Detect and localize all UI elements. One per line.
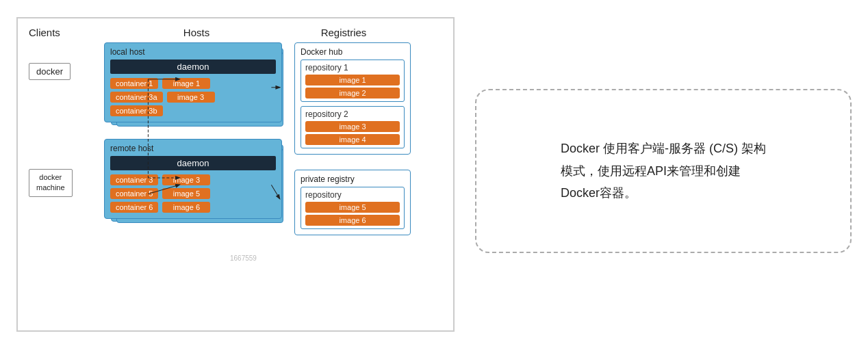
remote-item-row-1: container 3 image 3 [110,174,276,185]
remote-item-row-2: container 5 image 5 [110,188,276,199]
repo3-label: repository [305,190,400,200]
container-3a: container 3a [110,92,163,103]
diagram-body: docker dockermachine local host daemon c… [29,42,442,235]
main-container: Clients Hosts Registries docker dockerma… [10,10,858,332]
private-registry: private registry repository image 5 imag… [294,170,411,235]
remote-daemon-bar: daemon [110,156,276,170]
private-registry-label: private registry [301,174,405,184]
repo1-box: repository 1 image 1 image 2 [301,60,405,102]
remote-host-shadow: remote host daemon container 3 image 3 c… [104,139,282,219]
repo3-box: repository image 5 image 6 [301,187,405,229]
repo1-image1: image 1 [305,75,400,86]
description-text: Docker 使用客户端-服务器 (C/S) 架构 模式，使用远程API来管理和… [561,137,766,204]
image-3a: image 3 [167,92,215,103]
repo1-images: image 1 image 2 [305,75,400,98]
container-3b: container 3b [110,105,163,116]
repo2-images: image 3 image 4 [305,121,400,145]
local-daemon-bar: daemon [110,60,276,74]
local-host-box: local host daemon container 1 image 1 co… [104,42,282,122]
remote-host-label: remote host [110,144,276,153]
repo1-label: repository 1 [305,63,400,73]
registries-col: Docker hub repository 1 image 1 image 2 … [294,42,411,235]
client-docker: docker [29,63,71,80]
container-3: container 3 [110,174,158,185]
watermark: 1667559 [230,254,257,262]
container-1: container 1 [110,78,158,89]
clients-label: Clients [29,27,104,38]
repo2-image4: image 4 [305,134,400,145]
repo3-image6: image 6 [305,215,400,226]
repo2-image3: image 3 [305,121,400,132]
local-item-row-3: container 3b [110,105,276,116]
repo2-label: repository 2 [305,109,400,119]
remote-host-box: remote host daemon container 3 image 3 c… [104,139,282,219]
local-host-stack: local host daemon container 1 image 1 co… [104,42,282,122]
remote-host-stack: remote host daemon container 3 image 3 c… [104,139,282,219]
image-3r: image 3 [162,174,210,185]
repo1-image2: image 2 [305,88,400,98]
diagram: Clients Hosts Registries docker dockerma… [16,17,455,332]
remote-item-row-3: container 6 image 6 [110,202,276,213]
clients-col: docker dockermachine [29,42,97,197]
section-labels: Clients Hosts Registries [29,27,442,38]
repo3-images: image 5 image 6 [305,202,400,226]
text-box: Docker 使用客户端-服务器 (C/S) 架构 模式，使用远程API来管理和… [475,89,852,253]
repo3-image5: image 5 [305,202,400,213]
local-item-row-1: container 1 image 1 [110,78,276,89]
remote-items-grid: container 3 image 3 container 5 image 5 … [110,174,276,213]
image-6: image 6 [162,202,210,213]
image-1: image 1 [162,78,210,89]
container-6: container 6 [110,202,158,213]
docker-hub-label: Docker hub [301,47,405,57]
image-5: image 5 [162,188,210,199]
hosts-label: Hosts [104,27,289,38]
registries-label: Registries [289,27,398,38]
local-items-grid: container 1 image 1 container 3a image 3… [110,78,276,116]
repo2-box: repository 2 image 3 image 4 [301,106,405,148]
local-host-shadow: local host daemon container 1 image 1 co… [104,42,282,122]
local-item-row-2: container 3a image 3 [110,92,276,103]
container-5: container 5 [110,188,158,199]
client-docker-machine: dockermachine [29,169,73,197]
docker-hub: Docker hub repository 1 image 1 image 2 … [294,42,411,155]
local-host-label: local host [110,47,276,57]
hosts-col: local host daemon container 1 image 1 co… [104,42,282,219]
